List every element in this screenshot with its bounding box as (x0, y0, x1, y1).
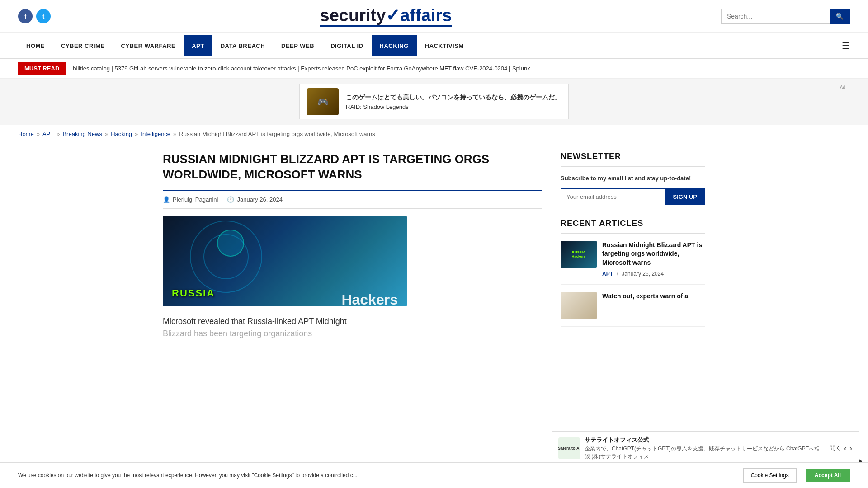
recent-article-item: RUSSIAHackers Russian Midnight Blizzard … (561, 241, 705, 285)
recent-article-content-2: Watch out, experts warn of a (602, 292, 705, 319)
breadcrumb-sep-1: » (37, 131, 40, 137)
main-layout: RUSSIAN MIDNIGHT BLIZZARD APT IS TARGETI… (145, 143, 723, 358)
article-date: 🕐 January 26, 2024 (227, 196, 282, 203)
newsletter-heading: NEWSLETTER (561, 152, 705, 167)
newsletter-section: NEWSLETTER Subscribe to my email list an… (561, 152, 705, 205)
search-input[interactable] (721, 9, 830, 24)
twitter-icon[interactable]: t (36, 9, 51, 23)
ad-inner[interactable]: 🎮 このゲームはとても美しい。パソコンを持っているなら、必携のゲームだ。 RAI… (299, 84, 569, 119)
logo-affairs: affairs (400, 6, 452, 27)
breadcrumb: Home » APT » Breaking News » Hacking » I… (0, 125, 868, 143)
signup-button[interactable]: SIGN UP (665, 188, 705, 205)
article-meta: 👤 Pierluigi Paganini 🕐 January 26, 2024 (163, 190, 542, 209)
breadcrumb-breaking-news[interactable]: Breaking News (62, 131, 102, 137)
apt-tag-1[interactable]: APT (602, 271, 613, 277)
article-author: 👤 Pierluigi Paganini (163, 196, 218, 203)
breadcrumb-intelligence[interactable]: Intelligence (141, 131, 170, 137)
email-row: SIGN UP (561, 188, 705, 205)
breadcrumb-sep-4: » (135, 131, 138, 137)
ad-main-text: このゲームはとても美しい。パソコンを持っているなら、必携のゲームだ。 (346, 94, 561, 102)
meta-divider-1: / (617, 271, 618, 277)
breadcrumb-home[interactable]: Home (18, 131, 34, 137)
recent-article-item-2: Watch out, experts warn of a (561, 292, 705, 327)
search-button[interactable]: 🔍 (830, 9, 850, 24)
nav-cyber-warfare[interactable]: CYBER WARFARE (113, 35, 184, 56)
nav-hamburger-icon[interactable]: ☰ (842, 33, 850, 58)
recent-article-meta-1: APT / January 26, 2024 (602, 271, 705, 277)
recent-articles-section: RECENT ARTICLES RUSSIAHackers Russian Mi… (561, 219, 705, 327)
nav-home[interactable]: HOME (18, 35, 53, 56)
breadcrumb-sep-3: » (105, 131, 108, 137)
newsletter-description: Subscribe to my email list and stay up-t… (561, 174, 705, 183)
ticker-text: bilities catalog | 5379 GitLab servers v… (73, 65, 530, 72)
date-text: January 26, 2024 (237, 196, 282, 203)
recent-date-1: January 26, 2024 (622, 271, 664, 277)
nav-hacktivism[interactable]: HACKTIVISM (417, 35, 472, 56)
teaser-line1: Microsoft revealed that Russia-linked AP… (163, 317, 347, 326)
recent-article-title-2[interactable]: Watch out, experts warn of a (602, 292, 705, 301)
ticker-bar: MUST READ bilities catalog | 5379 GitLab… (0, 59, 868, 79)
thumb-russia-text: RUSSIAHackers (571, 250, 585, 258)
breadcrumb-current: Russian Midnight Blizzard APT is targeti… (179, 131, 375, 137)
teaser-line2: Blizzard has been targeting organization… (163, 329, 312, 338)
article-image: RUSSIA Hackers (163, 216, 407, 306)
ad-banner: 🎮 このゲームはとても美しい。パソコンを持っているなら、必携のゲームだ。 RAI… (0, 79, 868, 125)
ad-game-icon: 🎮 (317, 96, 329, 107)
site-logo[interactable]: security✓affairs (320, 5, 452, 27)
email-input[interactable] (561, 188, 665, 205)
article-teaser: Microsoft revealed that Russia-linked AP… (163, 315, 542, 340)
ad-image: 🎮 (307, 88, 339, 115)
nav-data-breach[interactable]: DATA BREACH (212, 35, 273, 56)
search-box: 🔍 (721, 9, 850, 24)
recent-article-content-1: Russian Midnight Blizzard APT is targeti… (602, 241, 705, 277)
deco-center (217, 230, 244, 257)
social-icons: f t (18, 9, 51, 23)
image-hackers-text: Hackers (341, 291, 398, 306)
breadcrumb-sep-2: » (57, 131, 60, 137)
ad-label: Ad (840, 85, 845, 90)
article-title: RUSSIAN MIDNIGHT BLIZZARD APT IS TARGETI… (163, 152, 542, 183)
ad-sub-text: RAID: Shadow Legends (346, 103, 409, 110)
must-read-badge: MUST READ (18, 62, 66, 75)
logo-checkmark: ✓ (386, 5, 400, 27)
main-nav: HOME CYBER CRIME CYBER WARFARE APT DATA … (0, 33, 868, 59)
author-name[interactable]: Pierluigi Paganini (173, 196, 218, 203)
author-icon: 👤 (163, 196, 170, 203)
breadcrumb-sep-5: » (173, 131, 176, 137)
recent-article-title-1[interactable]: Russian Midnight Blizzard APT is targeti… (602, 241, 705, 267)
nav-hacking[interactable]: HACKING (372, 35, 417, 56)
nav-cyber-crime[interactable]: CYBER CRIME (53, 35, 113, 56)
clock-icon: 🕐 (227, 196, 234, 203)
top-bar: f t security✓affairs 🔍 (0, 0, 868, 33)
breadcrumb-hacking[interactable]: Hacking (111, 131, 132, 137)
article-column: RUSSIAN MIDNIGHT BLIZZARD APT IS TARGETI… (163, 152, 542, 340)
facebook-icon[interactable]: f (18, 9, 33, 23)
recent-articles-heading: RECENT ARTICLES (561, 219, 705, 234)
logo-security: security (320, 6, 386, 27)
image-russia-text: RUSSIA (172, 287, 215, 299)
nav-apt[interactable]: APT (184, 35, 212, 56)
recent-thumb-1: RUSSIAHackers (561, 241, 597, 268)
breadcrumb-apt[interactable]: APT (42, 131, 54, 137)
ad-text: このゲームはとても美しい。パソコンを持っているなら、必携のゲームだ。 RAID:… (346, 94, 561, 110)
nav-deep-web[interactable]: DEEP WEB (273, 35, 322, 56)
nav-digital-id[interactable]: DIGITAL ID (322, 35, 371, 56)
sidebar-column: NEWSLETTER Subscribe to my email list an… (561, 152, 705, 340)
recent-thumb-2 (561, 292, 597, 319)
